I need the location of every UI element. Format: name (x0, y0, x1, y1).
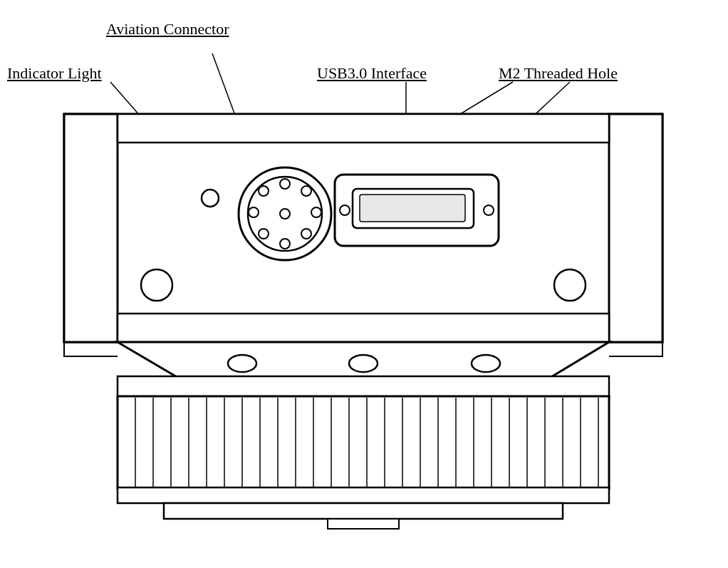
svg-point-31 (472, 355, 500, 372)
svg-rect-32 (118, 376, 609, 398)
svg-rect-61 (118, 487, 609, 503)
svg-point-29 (228, 355, 256, 372)
svg-rect-6 (64, 114, 118, 342)
svg-point-16 (301, 229, 311, 239)
svg-point-26 (484, 205, 494, 215)
svg-point-30 (349, 355, 378, 372)
svg-point-14 (301, 186, 311, 196)
svg-point-17 (280, 239, 290, 249)
svg-rect-24 (360, 195, 465, 222)
svg-point-19 (249, 207, 259, 217)
svg-point-25 (340, 205, 350, 215)
svg-rect-7 (609, 114, 662, 342)
svg-point-18 (259, 229, 269, 239)
svg-rect-33 (118, 396, 609, 489)
svg-point-28 (554, 269, 586, 301)
svg-point-10 (202, 190, 219, 207)
svg-rect-63 (328, 519, 399, 529)
svg-point-20 (259, 186, 269, 196)
svg-rect-8 (118, 114, 609, 143)
svg-rect-62 (164, 503, 563, 519)
diagram-container: Aviation Connector Indicator Light USB3.… (0, 0, 728, 568)
svg-rect-9 (118, 314, 609, 342)
camera-diagram-svg (0, 0, 728, 568)
svg-point-13 (280, 179, 290, 189)
svg-point-21 (280, 209, 290, 219)
svg-point-15 (311, 207, 321, 217)
svg-point-27 (141, 269, 172, 301)
